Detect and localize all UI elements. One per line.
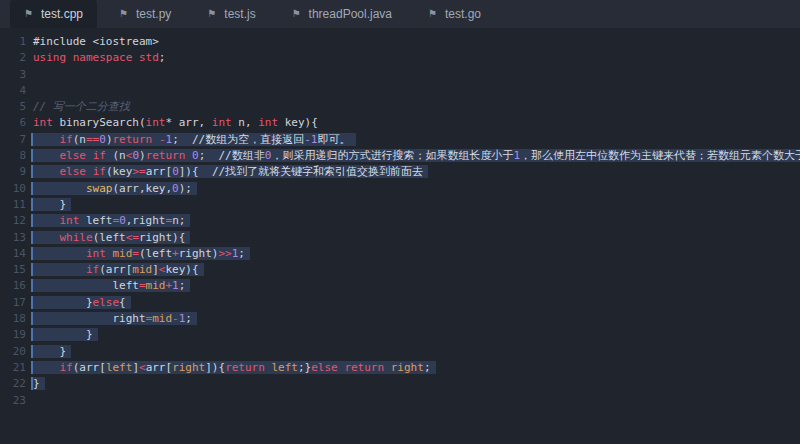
selection-highlight: right=mid-1; xyxy=(33,312,197,325)
selection-highlight: } xyxy=(33,198,71,211)
code-line: 23 xyxy=(0,393,800,409)
file-flag-icon: ⚑ xyxy=(119,9,128,19)
line-number: 10 xyxy=(0,181,33,197)
line-number: 23 xyxy=(0,393,33,409)
tab-test-go[interactable]: ⚑test.go xyxy=(414,0,495,28)
code-area: 1#include <iostream>2using namespace std… xyxy=(0,34,800,409)
code-text: if(n==0)return -1; //数组为空，直接返回-1即可。 xyxy=(33,132,356,148)
line-number: 3 xyxy=(0,67,33,83)
code-line: 6int binarySearch(int* arr, int n, int k… xyxy=(0,115,800,131)
file-flag-icon: ⚑ xyxy=(292,9,301,19)
selection-highlight: swap(arr,key,0); xyxy=(33,182,197,195)
code-text: swap(arr,key,0); xyxy=(33,181,197,197)
code-text: }else{ xyxy=(33,295,131,311)
file-flag-icon: ⚑ xyxy=(428,9,437,19)
code-line: 11 } xyxy=(0,197,800,213)
file-flag-icon: ⚑ xyxy=(24,9,33,19)
tab-test-cpp[interactable]: ⚑test.cpp xyxy=(10,0,97,28)
tab-threadPool-java[interactable]: ⚑threadPool.java xyxy=(278,0,406,28)
code-line: 2using namespace std; xyxy=(0,50,800,66)
code-text: } xyxy=(33,376,45,392)
code-text: left=mid+1; xyxy=(33,278,190,294)
selection-highlight: } xyxy=(33,377,45,390)
tab-test-js[interactable]: ⚑test.js xyxy=(193,0,269,28)
line-number: 20 xyxy=(0,344,33,360)
line-number: 11 xyxy=(0,197,33,213)
tab-label: test.cpp xyxy=(41,7,83,21)
tab-label: test.py xyxy=(136,7,171,21)
tab-test-py[interactable]: ⚑test.py xyxy=(105,0,185,28)
code-line: 14 int mid=(left+right)>>1; xyxy=(0,246,800,262)
tab-label: test.go xyxy=(445,7,481,21)
code-line: 15 if(arr[mid]<key){ xyxy=(0,262,800,278)
code-line: 22} xyxy=(0,376,800,392)
selection-highlight: else if(key>=arr[0]){ //找到了就将关键字和索引值交换到前… xyxy=(33,165,428,178)
line-number: 15 xyxy=(0,262,33,278)
selection-highlight: else if (n<0)return 0; //数组非0，则采用递归的方式进行… xyxy=(33,149,800,162)
code-text: using namespace std; xyxy=(33,50,165,66)
code-line: 7 if(n==0)return -1; //数组为空，直接返回-1即可。 xyxy=(0,132,800,148)
selection-highlight: if(arr[left]<arr[right]){return left;}el… xyxy=(33,361,436,374)
code-text: } xyxy=(33,344,71,360)
code-text: right=mid-1; xyxy=(33,311,197,327)
code-text: } xyxy=(33,197,71,213)
code-line: 1#include <iostream> xyxy=(0,34,800,50)
code-line: 12 int left=0,right=n; xyxy=(0,213,800,229)
code-line: 4 xyxy=(0,83,800,99)
line-number: 21 xyxy=(0,360,33,376)
selection-highlight: } xyxy=(33,328,98,341)
line-number: 4 xyxy=(0,83,33,99)
code-line: 16 left=mid+1; xyxy=(0,278,800,294)
line-number: 14 xyxy=(0,246,33,262)
selection-highlight: }else{ xyxy=(33,296,131,309)
code-text: if(arr[mid]<key){ xyxy=(33,262,204,278)
selection-highlight: if(arr[mid]<key){ xyxy=(33,263,204,276)
file-flag-icon: ⚑ xyxy=(207,9,216,19)
selection-highlight: int left=0,right=n; xyxy=(33,214,190,227)
code-text: else if(key>=arr[0]){ //找到了就将关键字和索引值交换到前… xyxy=(33,164,428,180)
line-number: 1 xyxy=(0,34,33,50)
line-number: 6 xyxy=(0,115,33,131)
code-line: 21 if(arr[left]<arr[right]){return left;… xyxy=(0,360,800,376)
line-number: 18 xyxy=(0,311,33,327)
code-text: else if (n<0)return 0; //数组非0，则采用递归的方式进行… xyxy=(33,148,800,164)
selection-highlight: } xyxy=(33,345,71,358)
code-text: while(left<=right){ xyxy=(33,230,190,246)
line-number: 12 xyxy=(0,213,33,229)
code-line: 17 }else{ xyxy=(0,295,800,311)
line-number: 5 xyxy=(0,99,33,115)
code-text: if(arr[left]<arr[right]){return left;}el… xyxy=(33,360,436,376)
code-line: 8 else if (n<0)return 0; //数组非0，则采用递归的方式… xyxy=(0,148,800,164)
line-number: 7 xyxy=(0,132,33,148)
line-number: 22 xyxy=(0,376,33,392)
line-number: 17 xyxy=(0,295,33,311)
line-number: 2 xyxy=(0,50,33,66)
code-line: 5// 写一个二分查找 xyxy=(0,99,800,115)
line-number: 19 xyxy=(0,327,33,343)
selection-highlight: int mid=(left+right)>>1; xyxy=(33,247,250,260)
selection-highlight: left=mid+1; xyxy=(33,279,190,292)
selection-highlight: while(left<=right){ xyxy=(33,231,190,244)
selection-highlight: if(n==0)return -1; //数组为空，直接返回-1即可。 xyxy=(33,133,356,146)
tab-label: test.js xyxy=(224,7,255,21)
line-number: 16 xyxy=(0,278,33,294)
line-number: 13 xyxy=(0,230,33,246)
line-number: 9 xyxy=(0,164,33,180)
code-line: 19 } xyxy=(0,327,800,343)
code-line: 20 } xyxy=(0,344,800,360)
line-number: 8 xyxy=(0,148,33,164)
code-text: int binarySearch(int* arr, int n, int ke… xyxy=(33,115,318,131)
code-line: 13 while(left<=right){ xyxy=(0,230,800,246)
code-line: 18 right=mid-1; xyxy=(0,311,800,327)
tab-label: threadPool.java xyxy=(309,7,392,21)
tab-bar: ⚑test.cpp⚑test.py⚑test.js⚑threadPool.jav… xyxy=(0,0,800,28)
code-editor: 1#include <iostream>2using namespace std… xyxy=(0,28,800,409)
code-text: #include <iostream> xyxy=(33,34,159,50)
code-text: // 写一个二分查找 xyxy=(33,99,130,115)
code-line: 3 xyxy=(0,67,800,83)
code-text: int mid=(left+right)>>1; xyxy=(33,246,250,262)
code-text: } xyxy=(33,327,98,343)
code-line: 9 else if(key>=arr[0]){ //找到了就将关键字和索引值交换… xyxy=(0,164,800,180)
code-text: int left=0,right=n; xyxy=(33,213,190,229)
code-line: 10 swap(arr,key,0); xyxy=(0,181,800,197)
